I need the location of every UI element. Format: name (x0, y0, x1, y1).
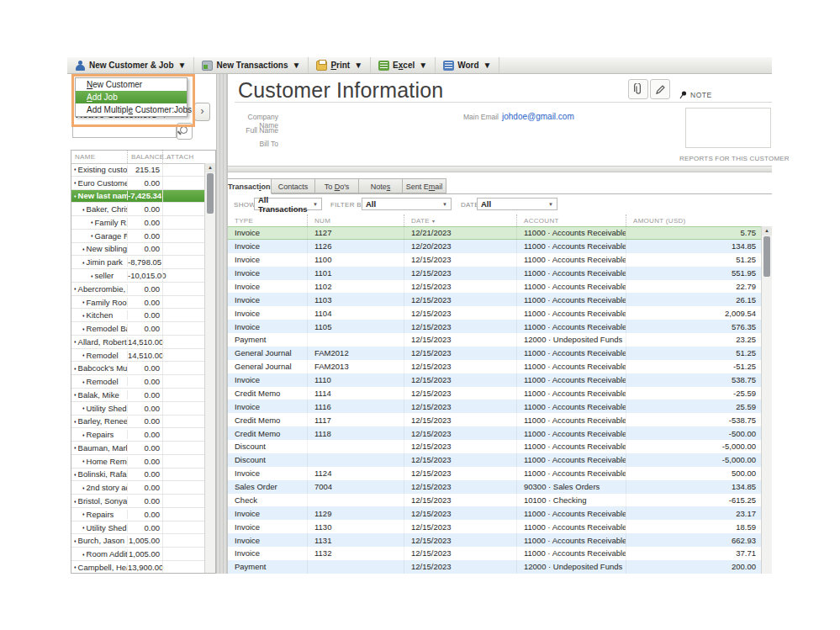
transaction-row[interactable]: Discount 12/15/2023 11000 · Accounts Rec… (228, 453, 761, 467)
transaction-row[interactable]: Credit Memo 1117 12/15/2023 11000 · Acco… (228, 413, 761, 426)
transaction-date: 12/15/2023 (404, 453, 516, 467)
customer-row[interactable]: ♦Euro Customer 0.00 (71, 177, 204, 190)
column-header-num[interactable]: NUM (307, 214, 404, 226)
menu-item[interactable]: New Customer (76, 78, 187, 91)
show-transactions-dropdown[interactable]: All Transactions▼ (254, 198, 322, 210)
date-dropdown[interactable]: All▼ (477, 198, 557, 210)
toolbar-button[interactable]: New Customer & Job ▼ (67, 57, 194, 73)
customer-row[interactable]: ♦Room Addition 1,005.00 (71, 548, 204, 561)
main-email-link[interactable]: johdoe@gmail.com (502, 112, 574, 121)
transaction-row[interactable]: Credit Memo 1114 12/15/2023 11000 · Acco… (228, 387, 761, 400)
column-header-name[interactable]: NAME (71, 151, 127, 163)
customer-row[interactable]: ♦Bristol, Sonya 0.00 (71, 495, 204, 508)
transaction-row[interactable]: Invoice 1105 12/15/2023 11000 · Accounts… (228, 320, 761, 333)
customer-row[interactable]: ♦Repairs 0.00 (71, 428, 204, 442)
transactions-scrollbar[interactable]: ▲ (761, 226, 772, 574)
customer-row[interactable]: ♦Allard, Robert 14,510.00 (71, 336, 204, 349)
transaction-row[interactable]: Sales Order 7004 12/15/2023 90300 · Sale… (228, 480, 761, 494)
customer-row[interactable]: ♦New sibling 0.00 (71, 243, 204, 257)
customer-row[interactable]: ♦Utility Shed 0.00 (71, 521, 204, 535)
transaction-row[interactable]: Invoice 1129 12/15/2023 11000 · Accounts… (228, 506, 761, 520)
tab[interactable]: Sent Email (403, 178, 446, 193)
toolbar-button[interactable]: Print ▼ (309, 57, 371, 73)
customer-row[interactable]: ♦Family R... 0.00 (71, 216, 204, 230)
column-header-type[interactable]: TYPE (228, 214, 307, 226)
customer-row[interactable]: ♦Balak, Mike 0.00 (71, 389, 204, 402)
customer-row[interactable]: ♦Garage R... 0.00 (71, 230, 204, 243)
column-header-date[interactable]: DATE▾ (404, 214, 516, 226)
customer-row[interactable]: ♦Repairs 0.00 (71, 508, 204, 521)
transaction-row[interactable]: General Journal FAM2012 12/15/2023 11000… (228, 347, 761, 360)
column-header-balance[interactable]: BALANCE... (127, 151, 162, 163)
transaction-row[interactable]: Invoice 1103 12/15/2023 11000 · Accounts… (228, 293, 761, 306)
menu-item[interactable]: Add Job (76, 91, 187, 103)
customer-row[interactable]: ♦Babcock's Musi... 0.00 (71, 362, 204, 375)
customer-row[interactable]: ♦Home Remo... 0.00 (71, 455, 204, 469)
toolbar-button[interactable]: Excel ▼ (371, 57, 436, 73)
customer-row[interactable]: ♦Campbell, Heat... 13,900.00 (71, 561, 204, 574)
customer-row[interactable]: ♦Burch, Jason 1,005.00 (71, 534, 204, 548)
customer-row[interactable]: ♦New last name -7,425.34 (71, 190, 204, 204)
tab[interactable]: To Do's (315, 178, 359, 193)
column-header-account[interactable]: ACCOUNT (516, 214, 626, 226)
column-header-attach[interactable]: ATTACH (162, 151, 215, 163)
customer-balance: 0.00 (127, 218, 162, 227)
scrollbar-thumb[interactable] (763, 236, 770, 277)
customer-row[interactable]: ♦Abercrombie, Kr... 0.00 (71, 283, 204, 296)
customer-name: Bristol, Sonya (78, 496, 127, 506)
transaction-row[interactable]: Check 12/15/2023 10100 · Checking -615.2… (228, 494, 761, 507)
customer-row[interactable]: ♦Utility Shed 0.00 (71, 402, 204, 416)
transaction-row[interactable]: Invoice 1100 12/15/2023 11000 · Accounts… (228, 253, 761, 267)
customer-row[interactable]: ♦Family Room 0.00 (71, 296, 204, 310)
note-input[interactable] (685, 108, 771, 148)
customer-row[interactable]: ♦Remodel Bat... 0.00 (71, 322, 204, 336)
transaction-row[interactable]: Invoice 1126 12/20/2023 11000 · Accounts… (228, 240, 761, 253)
transaction-row[interactable]: Invoice 1131 12/15/2023 11000 · Accounts… (228, 533, 761, 547)
customer-row[interactable]: ♦Bolinski, Rafal 0.00 (71, 469, 204, 482)
transaction-type: Invoice (228, 533, 307, 547)
transaction-row[interactable]: Invoice 1116 12/15/2023 11000 · Accounts… (228, 400, 761, 413)
tab[interactable]: Transactions (228, 178, 272, 194)
transaction-row[interactable]: Invoice 1124 12/15/2023 11000 · Accounts… (228, 467, 761, 480)
collapse-sidebar-button[interactable]: › (194, 103, 210, 121)
reports-for-customer-label[interactable]: REPORTS FOR THIS CUSTOMER (679, 155, 790, 162)
transaction-row[interactable]: Invoice 1132 12/15/2023 11000 · Accounts… (228, 547, 761, 560)
customer-row[interactable]: ♦Remodel 0.00 (71, 375, 204, 389)
transaction-row[interactable]: Credit Memo 1118 12/15/2023 11000 · Acco… (228, 426, 761, 440)
transaction-row[interactable]: Invoice 1104 12/15/2023 11000 · Accounts… (228, 306, 761, 320)
customer-row[interactable]: ♦2nd story ad... 0.00 (71, 481, 204, 495)
customer-row[interactable]: ♦Remodel 14,510.00 (71, 349, 204, 363)
tab[interactable]: Notes (359, 178, 403, 193)
customer-row[interactable]: ♦Kitchen 0.00 (71, 309, 204, 322)
transaction-row[interactable]: General Journal FAM2013 12/15/2023 11000… (228, 360, 761, 373)
customer-row[interactable]: ♦Jimin park -8,798.05 (71, 256, 204, 269)
customer-list-scrollbar[interactable]: ▲ (204, 163, 215, 573)
scrollbar-thumb[interactable] (207, 173, 214, 214)
customer-row[interactable]: ♦Baker, Chris 0.00 (71, 203, 204, 216)
customer-list: NAME BALANCE... ATTACH ♦Existing custom.… (71, 150, 216, 574)
transaction-row[interactable]: Invoice 1101 12/15/2023 11000 · Accounts… (228, 267, 761, 280)
column-header-amount[interactable]: AMOUNT (USD) (626, 214, 761, 226)
customer-row[interactable]: ♦Existing custom... 215.15 (71, 163, 204, 177)
transaction-row[interactable]: Payment 12/15/2023 12000 · Undeposited F… (228, 560, 761, 574)
attach-file-button[interactable] (628, 79, 648, 99)
scroll-up-arrow-icon[interactable]: ▲ (762, 226, 772, 236)
menu-item[interactable]: Add Multiple Customer:Jobs (76, 103, 187, 116)
customer-row[interactable]: ♦Bauman, Mark 0.00 (71, 442, 204, 455)
transaction-row[interactable]: Invoice 1130 12/15/2023 11000 · Accounts… (228, 520, 761, 533)
transaction-row[interactable]: Invoice 1102 12/15/2023 11000 · Accounts… (228, 280, 761, 294)
transaction-row[interactable]: Invoice 1127 12/21/2023 11000 · Accounts… (228, 226, 761, 240)
transaction-row[interactable]: Payment 12/15/2023 12000 · Undeposited F… (228, 333, 761, 347)
scroll-up-arrow-icon[interactable]: ▲ (205, 163, 215, 172)
tab[interactable]: Contacts (272, 178, 315, 193)
transaction-row[interactable]: Invoice 1110 12/15/2023 11000 · Accounts… (228, 373, 761, 387)
filter-by-dropdown[interactable]: All▼ (362, 198, 452, 210)
diamond-bullet-icon: ♦ (82, 485, 85, 490)
panel-splitter[interactable] (216, 74, 228, 574)
customer-row[interactable]: ♦seller -10,015.00 (71, 269, 204, 283)
toolbar-button[interactable]: Word ▼ (436, 57, 499, 73)
toolbar-button[interactable]: New Transactions ▼ (194, 57, 309, 73)
customer-row[interactable]: ♦Barley, Renee 0.00 (71, 416, 204, 429)
edit-customer-button[interactable] (650, 79, 670, 99)
transaction-row[interactable]: Discount 12/15/2023 11000 · Accounts Rec… (228, 440, 761, 453)
